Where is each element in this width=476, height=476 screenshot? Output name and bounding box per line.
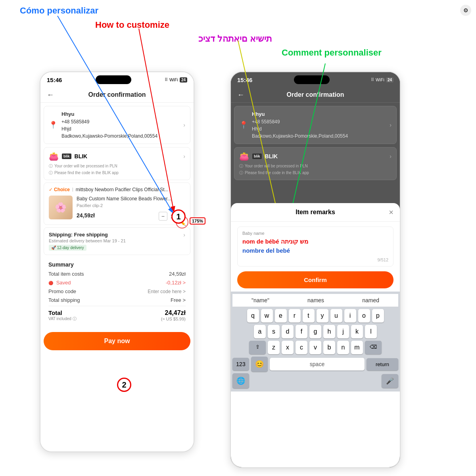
address-phone-left: +48 5585849: [61, 118, 179, 125]
total-row: Total VAT included ⓘ 24,47zł (≈ US $5.99…: [48, 306, 186, 325]
suggestion-1[interactable]: "name": [251, 297, 269, 303]
key-e[interactable]: e: [275, 309, 287, 322]
char-count: 9/512: [242, 257, 388, 262]
order-header-right: ← Order confirmation: [231, 87, 400, 103]
num-key[interactable]: 123: [232, 358, 249, 370]
keyboard-bottom-row: 123 😊 space return: [232, 357, 398, 372]
status-icons-left: ⠿ WiFi 24: [165, 77, 187, 83]
annotation-english: How to customize: [95, 20, 169, 30]
key-b[interactable]: b: [323, 341, 335, 354]
saved-icon: 🔴: [48, 281, 53, 285]
qty-minus-left[interactable]: −: [159, 212, 167, 221]
total-shipping-row[interactable]: Total shipping Free >: [48, 297, 186, 303]
key-i[interactable]: i: [344, 309, 356, 322]
pay-button-left[interactable]: Pay now: [44, 332, 190, 350]
key-o[interactable]: o: [358, 309, 370, 322]
key-v[interactable]: v: [309, 341, 321, 354]
address-block-right[interactable]: 📍 Hhyu +48 5585849 Hhjd Badkowo,Kujawsko…: [234, 106, 397, 144]
shipping-block-left[interactable]: Shipping: Free shipping Estimated delive…: [44, 227, 190, 255]
choice-badge-left: ✓ Choice: [49, 187, 70, 192]
shipping-badge-left: 🚀 12-day delivery: [49, 245, 86, 251]
key-g[interactable]: g: [309, 325, 321, 338]
key-f[interactable]: f: [296, 325, 307, 338]
store-name-left: mittsboy Newborn Pacifier Clips Official…: [76, 187, 169, 192]
annotation-hebrew: תישיא םיאתהל דציכ: [198, 34, 272, 44]
time-left: 15:46: [47, 77, 62, 83]
payment-note2-left: ⓘ Please find the code in the BLIK app: [49, 170, 185, 176]
baby-name-label: Baby name: [242, 231, 388, 236]
key-x[interactable]: x: [282, 341, 294, 354]
key-u[interactable]: u: [330, 309, 342, 322]
key-t[interactable]: t: [303, 309, 315, 322]
key-p[interactable]: p: [372, 309, 384, 322]
return-key[interactable]: return: [367, 358, 398, 370]
input-line2-blue: nombre del bebé: [242, 247, 290, 254]
status-icons-right: ⠿ WiFi 24: [371, 77, 393, 83]
key-j[interactable]: j: [337, 325, 349, 338]
shift-key[interactable]: ⇧: [249, 341, 266, 354]
annotation-spanish: Cómo personalizar: [20, 6, 98, 16]
payment-note1-right: ⓘ Your order will be processed in PLN: [239, 163, 392, 169]
item-remarks-dialog: Item remarks × Baby name nom de bébé מש …: [231, 203, 400, 467]
key-y[interactable]: y: [317, 309, 328, 322]
key-w[interactable]: w: [261, 309, 273, 322]
blik-icon-left: blik: [62, 154, 71, 159]
keyboard-suggestions: "name" names named: [232, 294, 398, 307]
promo-row[interactable]: Promo code Enter code here >: [48, 288, 186, 294]
notch-left: [96, 75, 131, 84]
key-h[interactable]: h: [323, 325, 335, 338]
product-details-left: Baby Custom Name Silicone Beads Flower..…: [77, 196, 185, 221]
left-phone: 15:46 ⠿ WiFi 24 ← Order confirmation 📍 H…: [40, 71, 194, 452]
settings-icon[interactable]: ⚙: [460, 5, 471, 16]
product-price-left: 24,59zł: [77, 212, 95, 219]
payment-block-right[interactable]: 👛 blik BLIK › ⓘ Your order will be proce…: [234, 147, 397, 180]
product-row-left: 🌸 Baby Custom Name Silicone Beads Flower…: [49, 196, 185, 221]
keyboard: "name" names named q w e r t y u i o p: [231, 292, 400, 392]
key-n[interactable]: n: [337, 341, 349, 354]
key-z[interactable]: z: [268, 341, 280, 354]
confirm-button[interactable]: Confirm: [237, 271, 393, 288]
key-r[interactable]: r: [289, 309, 301, 322]
remarks-close-button[interactable]: ×: [389, 208, 393, 217]
address-line2-left: Hhjd: [61, 125, 179, 132]
emoji-key[interactable]: 😊: [251, 357, 268, 372]
remarks-input-content: nom de bébé מש קוניתה nombre del bebé: [242, 237, 388, 255]
shipping-title-left: Shipping: Free shipping: [49, 232, 126, 238]
summary-title-left: Summary: [48, 261, 186, 268]
key-m[interactable]: m: [351, 341, 363, 354]
key-k[interactable]: k: [351, 325, 363, 338]
globe-key[interactable]: 🌐: [232, 373, 249, 388]
key-l[interactable]: l: [365, 325, 377, 338]
back-arrow-right[interactable]: ←: [237, 91, 244, 99]
suggestion-2[interactable]: names: [307, 297, 324, 303]
mic-key[interactable]: 🎤: [382, 374, 398, 388]
address-name-right: Hhyu: [252, 110, 386, 118]
key-q[interactable]: q: [247, 309, 259, 322]
total-items-value: 24,59zł: [169, 271, 186, 277]
total-shipping-label: Total shipping: [48, 297, 80, 303]
space-key[interactable]: space: [270, 358, 365, 370]
step2-badge: 2: [117, 378, 131, 392]
product-variant-left: Pacifier clip-2: [77, 203, 185, 208]
total-items-label: Total item costs: [48, 271, 84, 277]
vat-note: VAT included ⓘ: [48, 316, 77, 322]
address-block-left[interactable]: 📍 Hhyu +48 5585849 Hhjd Badkowo,Kujawsko…: [44, 106, 190, 144]
location-icon-right: 📍: [239, 121, 248, 129]
key-s[interactable]: s: [268, 325, 280, 338]
total-value: 24,47zł: [161, 309, 186, 317]
back-arrow-left[interactable]: ←: [47, 91, 54, 99]
address-name-left: Hhyu: [61, 110, 179, 118]
keyboard-row-2: a s d f g h j k l: [232, 325, 398, 338]
delete-key[interactable]: ⌫: [365, 341, 382, 354]
payment-wallet-icon: 👛: [49, 152, 59, 161]
step1-badge: 1: [171, 209, 186, 224]
suggestion-3[interactable]: named: [362, 297, 379, 303]
chevron-payment-right: ›: [390, 153, 392, 159]
remarks-input-area[interactable]: Baby name nom de bébé מש קוניתה nombre d…: [237, 226, 393, 267]
payment-block-left[interactable]: 👛 blik BLIK › ⓘ Your order will be proce…: [44, 147, 190, 180]
key-c[interactable]: c: [296, 341, 307, 354]
key-a[interactable]: a: [254, 325, 266, 338]
key-d[interactable]: d: [282, 325, 294, 338]
total-usd: (≈ US $5.99): [161, 317, 186, 321]
right-phone: 15:46 ⠿ WiFi 24 ← Order confirmation 📍 H…: [230, 71, 401, 468]
